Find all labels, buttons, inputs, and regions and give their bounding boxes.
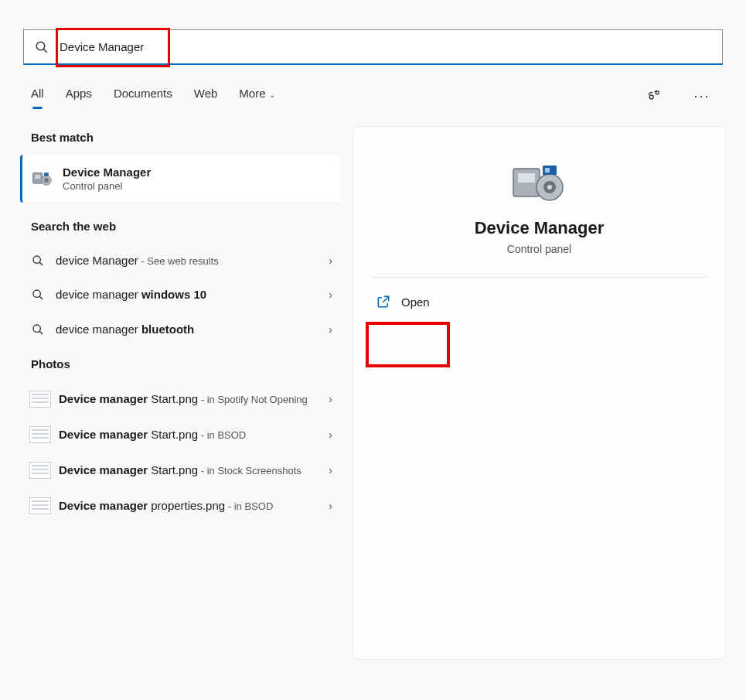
open-button[interactable]: Open <box>372 287 707 316</box>
preview-title: Device Manager <box>372 218 707 238</box>
svg-point-7 <box>44 178 49 183</box>
image-thumbnail-icon <box>29 462 51 479</box>
chat-icon[interactable] <box>641 87 667 105</box>
chevron-right-icon: › <box>329 429 332 441</box>
preview-subtitle: Control panel <box>372 243 707 255</box>
more-options-icon[interactable]: ··· <box>689 88 715 104</box>
results-column: Best match Device Manager Control panel … <box>20 126 340 660</box>
photo-result[interactable]: Device manager properties.png - in BSOD … <box>20 488 340 524</box>
filter-tabs: All Apps Documents Web More⌄ ··· <box>31 87 715 106</box>
svg-point-19 <box>547 185 552 190</box>
web-result[interactable]: device manager windows 10 › <box>20 278 340 312</box>
device-manager-large-icon <box>509 158 571 204</box>
search-input[interactable] <box>60 40 711 53</box>
best-match-subtitle: Control panel <box>63 180 151 192</box>
photo-result[interactable]: Device manager Start.png - in Stock Scre… <box>20 452 340 488</box>
photo-result[interactable]: Device manager Start.png - in BSOD › <box>20 417 340 452</box>
device-manager-icon <box>32 168 53 190</box>
image-thumbnail-icon <box>29 426 51 443</box>
preview-pane: Device Manager Control panel Open <box>353 126 726 660</box>
chevron-down-icon: ⌄ <box>269 90 275 99</box>
tab-more[interactable]: More⌄ <box>239 87 274 106</box>
image-thumbnail-icon <box>29 391 51 408</box>
svg-rect-21 <box>545 168 550 172</box>
open-external-icon <box>376 295 390 309</box>
svg-point-9 <box>33 256 40 263</box>
web-result[interactable]: device Manager - See web results › <box>20 244 340 278</box>
section-search-web: Search the web <box>31 220 340 233</box>
svg-point-13 <box>33 325 40 332</box>
svg-rect-16 <box>518 173 535 183</box>
best-match-item[interactable]: Device Manager Control panel <box>20 155 340 203</box>
tab-apps[interactable]: Apps <box>66 87 92 106</box>
search-icon <box>29 323 46 336</box>
svg-line-10 <box>39 262 43 265</box>
tab-web[interactable]: Web <box>194 87 218 106</box>
chevron-right-icon: › <box>329 289 332 301</box>
chevron-right-icon: › <box>329 500 332 512</box>
search-bar[interactable] <box>23 29 723 65</box>
search-icon <box>29 254 46 267</box>
best-match-title: Device Manager <box>63 166 151 179</box>
tab-all[interactable]: All <box>31 87 44 106</box>
chevron-right-icon: › <box>329 464 332 476</box>
svg-point-11 <box>33 290 40 297</box>
svg-rect-8 <box>44 172 49 176</box>
svg-point-0 <box>36 42 45 50</box>
chevron-right-icon: › <box>329 254 332 267</box>
svg-line-14 <box>39 331 43 334</box>
svg-line-12 <box>39 296 43 299</box>
web-result[interactable]: device manager bluetooth › <box>20 312 340 347</box>
open-label: Open <box>401 295 430 309</box>
svg-line-1 <box>43 49 47 53</box>
search-icon <box>35 40 49 54</box>
chevron-right-icon: › <box>329 323 332 336</box>
section-best-match: Best match <box>31 131 340 144</box>
tab-documents[interactable]: Documents <box>114 87 172 106</box>
section-photos: Photos <box>31 357 340 370</box>
photo-result[interactable]: Device manager Start.png - in Spotify No… <box>20 381 340 417</box>
image-thumbnail-icon <box>29 497 51 514</box>
svg-rect-5 <box>35 175 40 179</box>
search-icon <box>29 289 46 301</box>
divider <box>372 277 707 278</box>
chevron-right-icon: › <box>329 393 332 405</box>
svg-point-2 <box>649 95 653 99</box>
